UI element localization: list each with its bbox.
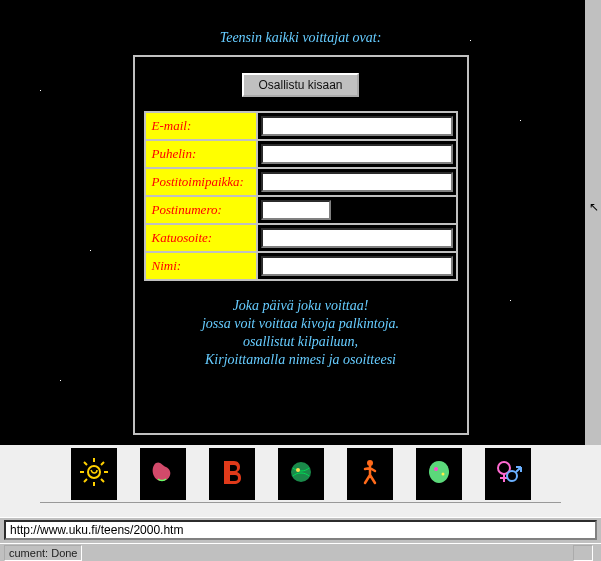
nav-item-orb[interactable] [416,448,462,500]
label-street: Katuosoite: [146,225,258,251]
svg-point-4 [434,467,438,471]
submit-button[interactable]: Osallistu kisaan [242,73,358,97]
promo-line: Joka päivä joku voittaa! [141,297,461,315]
bean-icon [146,455,180,493]
label-email: E-mail: [146,113,258,139]
form-fields: E-mail: Puhelin: Postitoimipaikka: Posti… [144,111,458,281]
promo-text: Joka päivä joku voittaa! jossa voit voit… [141,297,461,369]
planet-icon [284,455,318,493]
nav-item-gender[interactable] [485,448,531,500]
nav-item-planet[interactable] [278,448,324,500]
label-name: Nimi: [146,253,258,279]
label-zip: Postinumero: [146,197,258,223]
status-bar: cument: Done [0,543,601,561]
label-phone: Puhelin: [146,141,258,167]
svg-point-5 [441,473,444,476]
nav-item-bean[interactable] [140,448,186,500]
sun-icon [77,455,111,493]
promo-line: jossa voit voittaa kivoja palkintoja. [141,315,461,333]
input-phone[interactable] [261,144,453,164]
content-area: ↖ Teensin kaikki voittajat ovat: Osallis… [0,0,601,445]
entry-form: Osallistu kisaan E-mail: Puhelin: Postit… [133,55,469,435]
nav-strip [0,445,601,517]
gender-icon [491,455,525,493]
svg-point-0 [88,466,100,478]
input-name[interactable] [261,256,453,276]
address-input[interactable] [4,520,597,540]
orb-icon [422,455,456,493]
nav-item-sun[interactable] [71,448,117,500]
figure-icon [353,455,387,493]
svg-point-7 [507,471,517,481]
letter-b-icon [215,455,249,493]
input-email[interactable] [261,116,453,136]
nav-item-figure[interactable] [347,448,393,500]
label-city: Postitoimipaikka: [146,169,258,195]
input-street[interactable] [261,228,453,248]
promo-line: Kirjoittamalla nimesi ja osoitteesi [141,351,461,369]
svg-point-2 [296,468,300,472]
vertical-scrollbar[interactable] [585,0,601,445]
nav-item-b[interactable] [209,448,255,500]
address-bar [0,517,601,543]
status-secure-pane [573,545,593,561]
svg-point-1 [291,462,311,482]
input-city[interactable] [261,172,453,192]
page-heading: Teensin kaikki voittajat ovat: [220,30,382,46]
input-zip[interactable] [261,200,331,220]
promo-line: osallistut kilpailuun, [141,333,461,351]
status-text: cument: Done [4,545,82,561]
